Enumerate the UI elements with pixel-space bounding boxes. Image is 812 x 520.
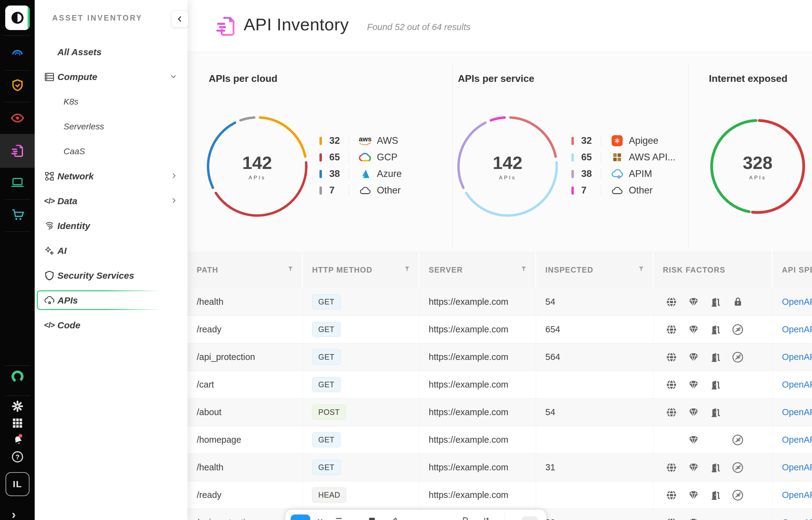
cell-risk-factors [654,482,773,509]
sidebar-item-label: All Assets [57,47,102,57]
legend-label: AWS API... [629,152,675,163]
chevron-right-icon[interactable] [170,197,177,205]
cell-path: /about [188,398,303,426]
toolbar-primary-button[interactable] [291,515,310,520]
cell-server: https://example.com [419,371,536,398]
rail-item-api-inventory[interactable] [0,138,35,163]
orca-logo[interactable] [5,5,30,30]
chevron-down-icon[interactable] [170,73,177,81]
legend-item: 65AWS API... [571,149,675,165]
api-spec-link[interactable]: OpenAP [782,462,812,472]
rainbow-arc-icon [11,45,24,58]
legend-color-chip [319,170,322,178]
caret-down-icon[interactable] [316,516,324,520]
api-spec-link[interactable]: OpenAP [782,407,812,417]
sidebar-item-k8s[interactable]: K8s [35,89,188,114]
sidebar-item-ai[interactable]: AI [35,238,188,263]
bold-icon[interactable] [461,516,469,520]
eye-red-icon [10,111,25,125]
table-row[interactable]: /aboutPOSThttps://example.com54OpenAP [188,398,812,426]
owasp-risk-icon [727,352,749,363]
table-row[interactable]: /healthGEThttps://example.com54OpenAP [188,288,812,316]
filter-funnel-icon[interactable] [287,265,294,275]
avatar[interactable]: IL [5,472,29,496]
fingerprint-icon [43,220,56,232]
filter-funnel-icon[interactable] [638,265,645,275]
rail-item-rainbow-arc[interactable] [0,39,35,64]
api-spec-link[interactable]: OpenAP [782,324,812,335]
column-header-label: INSPECTED [545,265,593,275]
legend-label: Other [629,185,653,196]
donut-chart: 328APIs [706,114,810,218]
rail-item-laptop[interactable] [0,170,35,195]
legend-item: 65GCP [319,149,402,165]
sidebar-item-serverless[interactable]: Serverless [35,114,188,139]
legend-divider [601,185,601,196]
filter-funnel-icon[interactable] [403,265,411,275]
chart-title: APIs per cloud [209,73,277,84]
cell-risk-factors [654,288,773,315]
api-spec-link[interactable]: OpenAP [782,352,812,362]
donut-chart: 142APIs [452,111,563,222]
table-row[interactable]: /readyGEThttps://example.com654OpenAP [188,316,812,343]
owasp-risk-icon [727,462,749,473]
cell-path: /api_protection [188,343,303,371]
rail-item-help[interactable]: ? [0,445,35,469]
list-icon[interactable] [335,516,343,520]
table-row[interactable]: /healthGEThttps://example.com31OpenAP [188,454,812,482]
sidebar-item-network[interactable]: Network [35,164,188,188]
sidebar-item-all-assets[interactable]: All Assets [35,40,188,64]
cell-risk-factors [654,509,773,520]
rail-item-cart[interactable] [0,202,35,227]
table-row[interactable]: /cartGEThttps://example.comOpenAP [188,371,812,398]
sidebar-item-caas[interactable]: CaaS [35,139,188,164]
aws-icon: aws [357,136,373,146]
sidebar-item-apis[interactable]: APIs [35,288,188,313]
api-spec-link[interactable]: OpenAP [782,380,812,390]
legend-color-chip [319,186,322,195]
rail-item-shield[interactable] [0,73,35,98]
sidebar-item-data[interactable]: </>Data [35,188,188,213]
http-method-badge: GET [312,322,341,337]
table-row[interactable]: /readyHEADhttps://example.comOpenAP [188,482,812,509]
cloud-icon [609,186,625,195]
sidebar-item-label: Serverless [64,122,104,132]
sidebar-item-security-services[interactable]: Security Services [35,263,188,288]
door-risk-icon [705,379,727,390]
api-spec-link[interactable]: OpenAP [782,518,812,520]
legend-item: 38Azure [319,165,402,182]
cell-inspected [536,426,654,453]
legend-label: Apigee [629,135,659,146]
sidebar-item-label: Data [57,196,77,206]
legend-divider [601,135,601,146]
globe-risk-icon [660,462,683,473]
legend-label: GCP [377,152,397,163]
sidebar-collapse-button[interactable] [171,10,189,28]
sort-icon[interactable] [482,516,490,520]
table-row[interactable]: /api_protectionGEThttps://example.com564… [188,343,812,371]
column-header-label: RISK FACTORS [663,265,725,275]
edit-icon[interactable] [390,516,398,520]
sidebar-item-compute[interactable]: Compute [35,64,188,89]
sidebar-item-code[interactable]: </>Code [35,313,188,338]
chevron-right-icon[interactable] [170,172,177,180]
table-row[interactable]: /homepageGEThttps://example.comOpenAP [188,426,812,454]
rail-item-ring[interactable] [0,364,35,389]
column-header-risk-factors: RISK FACTORS [654,252,773,288]
svg-text:?: ? [15,453,19,461]
cell-server: https://example.com [419,398,536,426]
rail-item-eye[interactable] [0,106,35,130]
gem-risk-icon [683,379,705,390]
api-table: PATHHTTP METHODSERVERINSPECTEDRISK FACTO… [188,252,812,520]
cloud-icon [357,186,373,195]
sidebar-item-label: AI [57,245,67,256]
filter-funnel-icon[interactable] [520,265,527,275]
sidebar-item-identity[interactable]: Identity [35,213,188,238]
api-spec-link[interactable]: OpenAP [782,297,812,307]
toolbar-toggle[interactable] [522,516,538,520]
square-icon[interactable] [368,516,376,520]
api-spec-link[interactable]: OpenAP [782,435,812,445]
api-spec-link[interactable]: OpenAP [782,490,812,500]
gem-risk-icon [683,517,705,520]
rail-expand-chevron[interactable]: › [12,508,16,520]
